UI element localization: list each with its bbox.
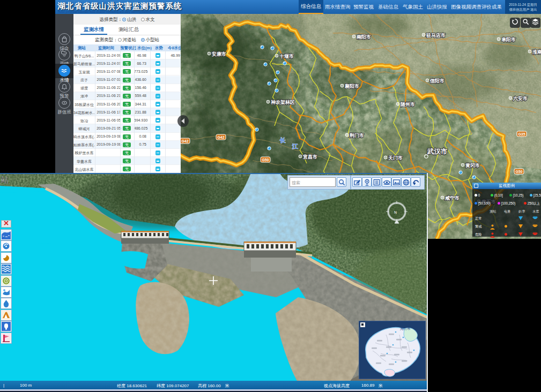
- svg-text:安康市: 安康市: [211, 51, 226, 57]
- svg-text:六安市: 六安市: [513, 95, 528, 101]
- svg-text:咸宁市: 咸宁市: [444, 195, 460, 201]
- svg-text:长: 长: [279, 137, 286, 144]
- svg-text:随州市: 随州市: [401, 102, 415, 107]
- svg-text:黄冈市: 黄冈市: [465, 163, 480, 168]
- svg-text:海口市: 海口市: [400, 327, 411, 331]
- svg-text:信阳市: 信阳市: [429, 78, 444, 84]
- svg-text:G50: G50: [516, 170, 523, 174]
- svg-text:G50: G50: [262, 158, 269, 162]
- svg-text:N: N: [394, 210, 397, 214]
- svg-text:淮南: 淮南: [532, 49, 541, 55]
- svg-text:江: 江: [292, 143, 298, 149]
- svg-text:G42: G42: [218, 135, 225, 139]
- svg-text:站: 站: [1, 175, 9, 184]
- svg-text:G42: G42: [182, 139, 189, 143]
- svg-text:G35: G35: [518, 132, 525, 136]
- svg-text:十堰市: 十堰市: [279, 54, 294, 59]
- svg-text:荆门市: 荆门市: [349, 133, 364, 138]
- svg-text:阜阳市: 阜阳市: [501, 37, 516, 42]
- svg-text:天门市: 天门市: [388, 155, 403, 161]
- svg-text:宜昌市: 宜昌市: [302, 154, 317, 160]
- svg-text:南阳市: 南阳市: [357, 34, 371, 40]
- svg-text:襄阳市: 襄阳市: [344, 84, 359, 89]
- svg-text:神农架林区: 神农架林区: [270, 100, 295, 105]
- svg-text:武汉市: 武汉市: [427, 148, 448, 155]
- svg-text:驻马店市: 驻马店市: [426, 33, 446, 38]
